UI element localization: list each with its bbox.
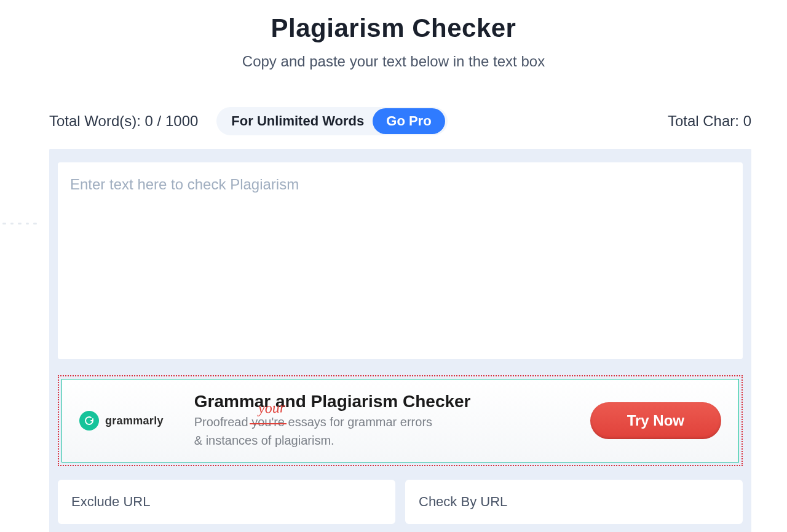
decorative-dots [0, 223, 37, 228]
page-subtitle: Copy and paste your text below in the te… [0, 53, 787, 70]
ad-strike-word: you're [251, 413, 285, 431]
ad-container: grammarly Grammar and Plagiarism Checker… [58, 375, 743, 466]
editor-panel: grammarly Grammar and Plagiarism Checker… [49, 149, 751, 532]
ad-subtitle: your Proofread you're essays for grammar… [194, 413, 560, 450]
pro-pill: For Unlimited Words Go Pro [216, 107, 447, 135]
grammarly-icon [79, 411, 99, 431]
word-count-label: Total Word(s): 0 / 1000 [49, 113, 198, 130]
grammarly-logo: grammarly [79, 411, 164, 431]
ad-title: Grammar and Plagiarism Checker [194, 392, 560, 411]
ad-line1-suffix: essays for grammar errors [285, 415, 432, 429]
go-pro-button[interactable]: Go Pro [373, 108, 445, 134]
strike-line [250, 423, 287, 424]
try-now-button[interactable]: Try Now [590, 402, 721, 439]
ad-line2: & instances of plagiarism. [194, 434, 334, 447]
ad-line1-prefix: Proofread [194, 415, 251, 429]
page-title: Plagiarism Checker [0, 14, 787, 43]
grammarly-ad[interactable]: grammarly Grammar and Plagiarism Checker… [61, 379, 739, 463]
stats-left: Total Word(s): 0 / 1000 For Unlimited Wo… [49, 107, 448, 135]
exclude-url-input[interactable] [58, 480, 395, 524]
char-count-label: Total Char: 0 [668, 113, 751, 130]
check-by-url-input[interactable] [405, 480, 743, 524]
ad-copy: Grammar and Plagiarism Checker your Proo… [194, 392, 560, 450]
grammarly-logo-text: grammarly [105, 415, 164, 427]
url-input-row [58, 480, 743, 524]
pro-pill-text: For Unlimited Words [231, 113, 364, 129]
plagiarism-text-input[interactable] [58, 162, 743, 359]
stats-row: Total Word(s): 0 / 1000 For Unlimited Wo… [49, 107, 751, 135]
